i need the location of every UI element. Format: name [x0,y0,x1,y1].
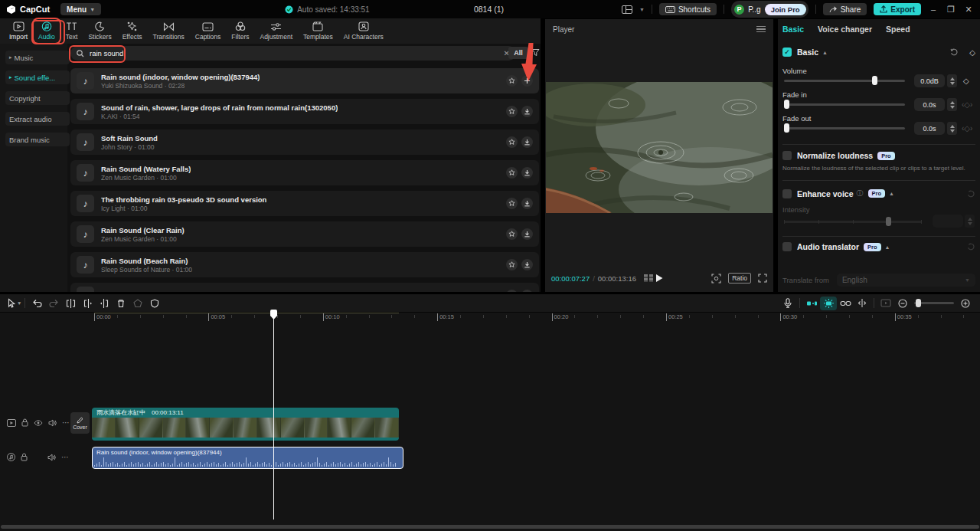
download-button[interactable] [521,290,533,292]
zoom-out-button[interactable] [894,297,911,310]
audio-list-item[interactable]: ♪ The throbbing rain 03-pseudo 3D sound … [70,191,539,216]
tab-ai-characters[interactable]: AI Characters [339,19,388,43]
focus-icon[interactable] [711,274,721,284]
chevron-down-icon[interactable]: ▼ [17,300,21,306]
tab-basic[interactable]: Basic [782,25,804,34]
lock-icon[interactable] [21,453,28,461]
audio-list-item[interactable]: ♪ Sound of rain, shower, large drops of … [70,99,539,124]
sidebar-item-copyright[interactable]: Copyright [5,91,70,105]
timeline-zoom-slider[interactable] [914,302,954,304]
close-button[interactable]: ✕ [963,5,974,15]
eye-icon[interactable] [34,420,43,426]
favorite-button[interactable] [506,290,518,292]
ratio-button[interactable]: Ratio [728,273,751,284]
tab-voice-changer[interactable]: Voice changer [818,25,872,34]
sidebar-item-sound-effects[interactable]: ▸Sound effe... [5,70,70,84]
reset-icon[interactable] [949,48,959,57]
tab-transitions[interactable]: Transitions [149,19,189,43]
delete-right-button[interactable] [96,297,113,310]
zoom-slider-thumb[interactable] [916,299,921,307]
frame-view-icon[interactable] [644,274,653,282]
favorite-button[interactable] [506,136,518,148]
horizontal-scrollbar[interactable] [1,525,979,529]
sidebar-item-brand-music[interactable]: Brand music [5,133,70,146]
audio-list-item[interactable]: ♪ Soft Rain Sound John Story · 01:00 [70,129,539,155]
fade-out-stepper[interactable] [947,122,957,135]
mask-button[interactable] [129,297,146,310]
info-icon[interactable]: ⓘ [857,188,864,198]
layout-chevron-icon[interactable]: ▼ [639,7,645,12]
more-icon[interactable]: ⋯ [61,453,70,461]
layout-icon[interactable] [622,5,632,14]
audio-list-item[interactable]: ♪ Rain Sound (Clear Rain) Zen Music Gard… [70,221,539,247]
fade-in-keyframe-icon[interactable]: ‹◇› [962,100,972,109]
fade-in-stepper[interactable] [947,98,957,111]
download-button[interactable] [521,136,533,148]
delete-button[interactable] [113,297,129,310]
favorite-button[interactable] [506,167,518,179]
tab-adjustment[interactable]: Adjustment [255,19,297,43]
snapping-button[interactable] [820,297,837,310]
tab-captions[interactable]: Captions [191,19,226,43]
volume-keyframe-icon[interactable]: ◇ [963,77,969,85]
fade-out-value[interactable]: 0.0s [914,122,945,135]
audio-list-item[interactable]: ♪ Rain Sound (Beach Rain) Sleep Sounds o… [70,252,539,277]
favorite-button[interactable] [506,228,518,240]
audio-list-item[interactable]: ♪ Rain sound (indoor, window opening)(83… [70,68,539,93]
keyframe-diamond-icon[interactable]: ◇ [969,48,975,57]
audio-list-item[interactable]: ♪ Rain Sound (Watery Falls) Zen Music Ga… [70,160,539,185]
language-select[interactable]: English ▼ [837,274,975,287]
more-icon[interactable]: ⋯ [62,418,70,427]
auto-ripple-button[interactable] [803,297,820,310]
fullscreen-icon[interactable] [758,274,767,283]
download-button[interactable] [521,167,533,179]
favorite-button[interactable] [506,198,518,209]
favorite-button[interactable] [506,259,518,270]
tab-import[interactable]: Import [5,19,32,43]
audio-clip[interactable]: Rain sound (indoor, window opening)(8379… [92,447,403,469]
mute-icon[interactable] [48,419,57,427]
playhead-line[interactable] [273,310,274,520]
download-button[interactable] [521,228,533,240]
enhance-voice-checkbox[interactable] [782,189,792,198]
tab-filters[interactable]: Filters [227,19,253,43]
shield-button[interactable] [146,297,163,310]
preview-render-button[interactable] [877,297,894,310]
tab-templates[interactable]: Templates [299,19,338,43]
favorite-button[interactable] [506,106,518,117]
mute-icon[interactable] [47,454,56,461]
tab-effects[interactable]: Effects [118,19,147,43]
sidebar-item-music[interactable]: ▸Music [5,51,70,64]
timeline-ruler[interactable]: 00:0000:0500:1000:1500:2000:2500:3000:35 [0,313,980,323]
collapse-caret-icon[interactable]: ▲ [889,191,894,196]
intensity-slider[interactable] [784,217,922,226]
zoom-in-button[interactable] [957,297,974,310]
favorite-button[interactable] [506,75,518,87]
tab-speed[interactable]: Speed [886,25,910,34]
shortcuts-button[interactable]: Shortcuts [659,3,717,15]
export-button[interactable]: Export [874,3,921,15]
collapse-caret-icon[interactable]: ▲ [885,244,890,250]
download-button[interactable] [521,198,533,209]
fade-in-value[interactable]: 0.0s [914,98,945,111]
undo-button[interactable] [28,297,45,310]
play-button[interactable] [655,274,664,283]
collapse-caret-icon[interactable]: ▲ [822,50,828,55]
tab-stickers[interactable]: Stickers [83,19,116,43]
join-pro-button[interactable]: Join Pro [765,4,806,15]
basic-checkbox[interactable]: ✓ [782,48,792,57]
download-button[interactable] [521,259,533,270]
split-button[interactable] [62,297,79,310]
fade-out-slider[interactable] [784,123,905,133]
delete-left-button[interactable] [79,297,96,310]
user-chip[interactable]: P P..g Join Pro [731,1,808,18]
audio-list-item[interactable]: ♪ Rain Sound (Rain Shi... [70,283,539,292]
volume-stepper[interactable] [947,74,957,87]
maximize-button[interactable]: ❐ [946,5,956,15]
video-clip[interactable]: 雨水滴落在水缸中 00:00:13:11 [92,408,399,441]
search-bar[interactable]: ✕ [70,46,516,61]
fade-in-slider[interactable] [784,100,905,109]
fade-out-keyframe-icon[interactable]: ‹◇› [962,124,972,133]
minimize-button[interactable]: – [928,5,939,14]
sidebar-item-extract-audio[interactable]: Extract audio [5,112,70,126]
